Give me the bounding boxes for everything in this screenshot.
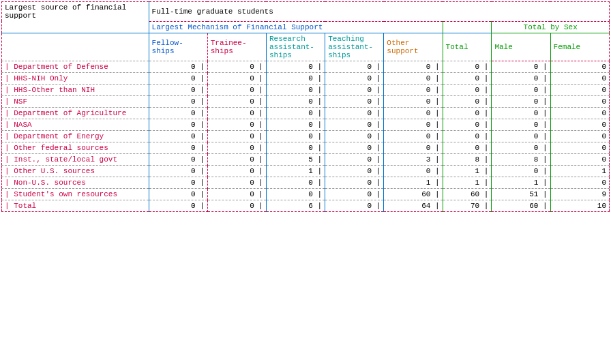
cell-fellow: 0 |	[149, 107, 207, 119]
row-label: | Inst., state/local govt	[2, 153, 149, 165]
cell-male: 0 |	[492, 165, 550, 177]
total-by-sex-header: Total by Sex	[492, 21, 610, 33]
cell-research: 0 |	[266, 142, 325, 153]
cell-trainee: 0 |	[207, 165, 266, 177]
cell-research: 1 |	[266, 165, 325, 177]
cell-male: 0 |	[492, 72, 550, 84]
row-label: | NSF	[2, 95, 149, 107]
cell-teaching: 0 |	[325, 188, 384, 200]
cell-research: 0 |	[266, 130, 325, 142]
table-row: | HHS-NIH Only 0 | 0 | 0 | 0 | 0 | 0 | 0…	[2, 72, 610, 84]
table-row: | Department of Energy 0 | 0 | 0 | 0 | 0…	[2, 130, 610, 142]
cell-male: 0 |	[492, 95, 550, 107]
cell-fellow: 0 |	[149, 95, 207, 107]
cell-fellow-total: 0 |	[149, 200, 207, 211]
mechanism-header: Largest Mechanism of Financial Support	[149, 21, 443, 33]
cell-research: 0 |	[266, 95, 325, 107]
cell-research: 5 |	[266, 153, 325, 165]
cell-trainee: 0 |	[207, 61, 266, 72]
cell-female: 0	[550, 130, 609, 142]
cell-female: 0	[550, 153, 609, 165]
label-col-header	[2, 33, 149, 61]
row-label: | Department of Energy	[2, 130, 149, 142]
other-header: Othersupport	[384, 33, 443, 61]
cell-other: 0 |	[384, 72, 443, 84]
cell-female: 0	[550, 61, 609, 72]
table-row: | NSF 0 | 0 | 0 | 0 | 0 | 0 | 0 | 0	[2, 95, 610, 107]
cell-male: 0 |	[492, 142, 550, 153]
cell-research: 0 |	[266, 107, 325, 119]
outer-header-value: Full-time graduate students	[149, 2, 609, 22]
cell-research: 0 |	[266, 119, 325, 130]
cell-female-total: 10	[550, 200, 609, 211]
cell-other: 0 |	[384, 130, 443, 142]
cell-fellow: 0 |	[149, 130, 207, 142]
row-label: | Other U.S. sources	[2, 165, 149, 177]
cell-teaching: 0 |	[325, 84, 384, 95]
cell-total: 0 |	[443, 130, 492, 142]
table-row: | Student's own resources 0 | 0 | 0 | 0 …	[2, 188, 610, 200]
cell-trainee: 0 |	[207, 153, 266, 165]
cell-trainee: 0 |	[207, 188, 266, 200]
cell-total: 0 |	[443, 119, 492, 130]
cell-other: 0 |	[384, 119, 443, 130]
table-row: | Inst., state/local govt 0 | 0 | 5 | 0 …	[2, 153, 610, 165]
cell-fellow: 0 |	[149, 165, 207, 177]
cell-male: 0 |	[492, 61, 550, 72]
cell-female: 0	[550, 107, 609, 119]
cell-research-total: 6 |	[266, 200, 325, 211]
cell-teaching: 0 |	[325, 165, 384, 177]
cell-fellow: 0 |	[149, 61, 207, 72]
cell-teaching: 0 |	[325, 177, 384, 188]
cell-total: 60 |	[443, 188, 492, 200]
cell-female: 0	[550, 95, 609, 107]
cell-male: 51 |	[492, 188, 550, 200]
cell-trainee: 0 |	[207, 119, 266, 130]
cell-total: 1 |	[443, 165, 492, 177]
total-header: Total	[443, 33, 492, 61]
outer-header-label: Largest source of financial support	[2, 2, 149, 22]
cell-teaching: 0 |	[325, 130, 384, 142]
cell-research: 0 |	[266, 72, 325, 84]
cell-fellow: 0 |	[149, 72, 207, 84]
cell-male: 0 |	[492, 130, 550, 142]
trainee-header: Trainee-ships	[207, 33, 266, 61]
cell-teaching: 0 |	[325, 142, 384, 153]
cell-teaching: 0 |	[325, 72, 384, 84]
cell-trainee-total: 0 |	[207, 200, 266, 211]
cell-trainee: 0 |	[207, 95, 266, 107]
cell-research: 0 |	[266, 61, 325, 72]
cell-other: 0 |	[384, 84, 443, 95]
table-row: | Non-U.S. sources 0 | 0 | 0 | 0 | 1 | 1…	[2, 177, 610, 188]
row-label-total: | Total	[2, 200, 149, 211]
page-wrapper: Largest source of financial support Full…	[0, 0, 611, 213]
cell-female: 0	[550, 177, 609, 188]
cell-other: 0 |	[384, 165, 443, 177]
cell-fellow: 0 |	[149, 177, 207, 188]
cell-other: 1 |	[384, 177, 443, 188]
cell-trainee: 0 |	[207, 84, 266, 95]
main-table: Largest source of financial support Full…	[1, 1, 610, 212]
cell-other-total: 64 |	[384, 200, 443, 211]
cell-teaching: 0 |	[325, 153, 384, 165]
fellow-header: Fellow-ships	[149, 33, 207, 61]
cell-female: 1	[550, 165, 609, 177]
cell-teaching: 0 |	[325, 119, 384, 130]
cell-total: 0 |	[443, 95, 492, 107]
cell-total: 0 |	[443, 142, 492, 153]
row-label: | Department of Defense	[2, 61, 149, 72]
cell-research: 0 |	[266, 188, 325, 200]
cell-other: 0 |	[384, 61, 443, 72]
cell-total: 0 |	[443, 84, 492, 95]
cell-female: 0	[550, 142, 609, 153]
cell-total: 0 |	[443, 107, 492, 119]
cell-female: 0	[550, 119, 609, 130]
table-row: | Department of Agriculture 0 | 0 | 0 | …	[2, 107, 610, 119]
row-label: | Student's own resources	[2, 188, 149, 200]
table-row: | Other federal sources 0 | 0 | 0 | 0 | …	[2, 142, 610, 153]
table-row: | HHS-Other than NIH 0 | 0 | 0 | 0 | 0 |…	[2, 84, 610, 95]
table-row: | NASA 0 | 0 | 0 | 0 | 0 | 0 | 0 | 0	[2, 119, 610, 130]
cell-trainee: 0 |	[207, 72, 266, 84]
cell-teaching-total: 0 |	[325, 200, 384, 211]
outer-header-row: Largest source of financial support Full…	[2, 2, 610, 22]
